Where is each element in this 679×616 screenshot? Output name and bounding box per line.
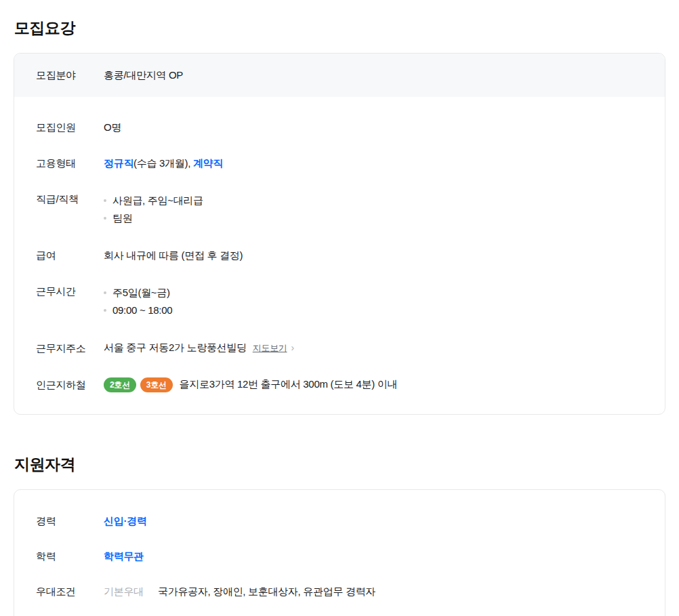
work-address-row: 근무지주소 서울 중구 저동2가 노랑풍선빌딩지도보기› — [14, 340, 665, 356]
career-label: 경력 — [36, 514, 104, 529]
employment-value: 정규직(수습 3개월), 계약직 — [104, 156, 223, 171]
field-label: 모집분야 — [36, 68, 104, 83]
nearby-subway-value: 2호선3호선을지로3가역 12번 출구에서 300m (도보 4분) 이내 — [104, 377, 397, 392]
preference-value: 국가유공자, 장애인, 보훈대상자, 유관업무 경력자 — [158, 584, 375, 599]
list-item: 사원급, 주임~대리급 — [104, 192, 203, 209]
headcount-value: O명 — [104, 120, 121, 135]
working-hours-list: 주5일(월~금) 09:00 ~ 18:00 — [104, 284, 172, 319]
chevron-right-icon: › — [291, 342, 294, 353]
recruitment-info-box: 모집분야 홍콩/대만지역 OP 모집인원 O명 고용형태 정규직(수습 3개월)… — [14, 53, 665, 415]
recruitment-field-row: 모집분야 홍콩/대만지역 OP — [14, 54, 665, 97]
qualification-rows: 경력 신입·경력 학력 학력무관 우대조건 기본우대 국가유공자, 장애인, 보… — [14, 490, 665, 616]
nearby-subway-label: 인근지하철 — [36, 377, 104, 392]
employment-label: 고용형태 — [36, 156, 104, 171]
address-text: 서울 중구 저동2가 노랑풍선빌딩 — [104, 342, 247, 353]
employment-type-row: 고용형태 정규직(수습 3개월), 계약직 — [14, 156, 665, 171]
education-row: 학력 학력무관 — [14, 549, 665, 564]
working-hours-value: 주5일(월~금) 09:00 ~ 18:00 — [104, 284, 172, 319]
list-item: 09:00 ~ 18:00 — [104, 302, 172, 319]
position-label: 직급/직책 — [36, 192, 104, 207]
preference-label: 우대조건 — [36, 584, 104, 599]
position-value: 사원급, 주임~대리급 팀원 — [104, 192, 203, 227]
qualification-section: 지원자격 경력 신입·경력 학력 학력무관 우대조건 기본우대 국가유공자, 장… — [14, 454, 665, 616]
map-view-link[interactable]: 지도보기 — [253, 343, 287, 353]
headcount-label: 모집인원 — [36, 120, 104, 135]
employment-type-contract: 계약직 — [193, 157, 223, 169]
qualification-section-title: 지원자격 — [14, 454, 665, 474]
preference-row: 우대조건 기본우대 국가유공자, 장애인, 보훈대상자, 유관업무 경력자 — [14, 584, 665, 599]
career-value: 신입·경력 — [104, 514, 147, 529]
salary-label: 급여 — [36, 248, 104, 263]
field-value: 홍콩/대만지역 OP — [104, 68, 183, 83]
qualification-info-box: 경력 신입·경력 학력 학력무관 우대조건 기본우대 국가유공자, 장애인, 보… — [14, 489, 665, 616]
education-value: 학력무관 — [104, 549, 144, 564]
headcount-row: 모집인원 O명 — [14, 120, 665, 135]
subway-distance-text: 을지로3가역 12번 출구에서 300m (도보 4분) 이내 — [180, 378, 398, 390]
recruitment-rows: 모집인원 O명 고용형태 정규직(수습 3개월), 계약직 직급/직책 사원급,… — [14, 97, 665, 414]
salary-value: 회사 내규에 따름 (면접 후 결정) — [104, 248, 243, 263]
list-item: 주5일(월~금) — [104, 284, 172, 302]
subway-line2-badge: 2호선 — [104, 377, 136, 392]
nearby-subway-row: 인근지하철 2호선3호선을지로3가역 12번 출구에서 300m (도보 4분)… — [14, 377, 665, 392]
recruitment-section-title: 모집요강 — [14, 18, 665, 38]
position-list: 사원급, 주임~대리급 팀원 — [104, 192, 203, 227]
employment-probation: (수습 3개월), — [133, 157, 193, 169]
preference-tag: 기본우대 — [104, 584, 158, 599]
working-hours-label: 근무시간 — [36, 284, 104, 299]
salary-row: 급여 회사 내규에 따름 (면접 후 결정) — [14, 248, 665, 263]
subway-line3-badge: 3호선 — [140, 377, 173, 392]
employment-type-regular: 정규직 — [104, 157, 133, 169]
position-row: 직급/직책 사원급, 주임~대리급 팀원 — [14, 192, 665, 227]
working-hours-row: 근무시간 주5일(월~금) 09:00 ~ 18:00 — [14, 284, 665, 319]
work-address-label: 근무지주소 — [36, 341, 104, 356]
job-detail-page: 모집요강 모집분야 홍콩/대만지역 OP 모집인원 O명 고용형태 정규직(수습… — [0, 0, 679, 616]
work-address-value: 서울 중구 저동2가 노랑풍선빌딩지도보기› — [104, 340, 294, 356]
education-label: 학력 — [36, 549, 104, 564]
career-row: 경력 신입·경력 — [14, 514, 665, 529]
list-item: 팀원 — [104, 209, 203, 227]
